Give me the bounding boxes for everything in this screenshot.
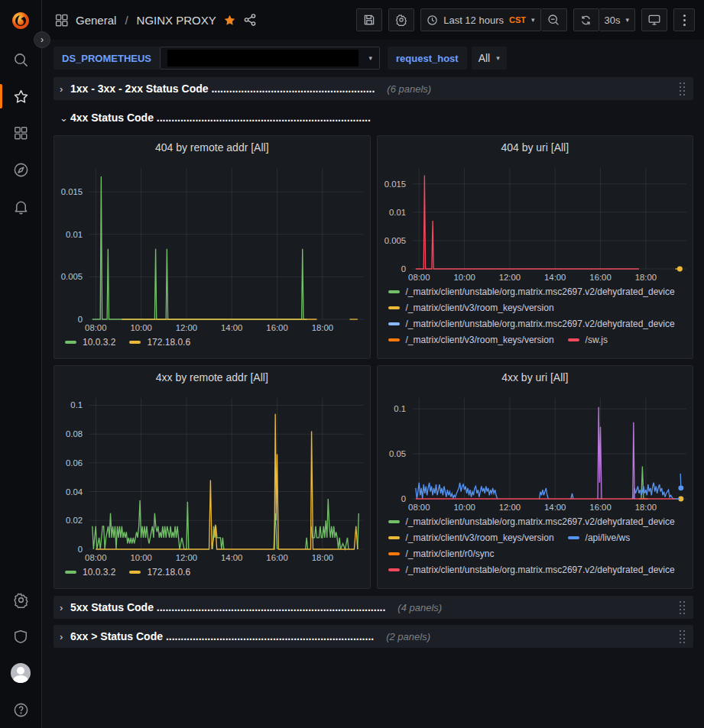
zoom-out-time-button[interactable] (541, 8, 567, 31)
timeseries-chart[interactable]: 00.050.108:0010:0012:0014:0016:0018:00 (378, 389, 693, 514)
expand-sidebar-button[interactable]: › (34, 31, 50, 48)
save-icon (363, 14, 375, 26)
timeseries-chart[interactable]: 00.0050.010.01508:0010:0012:0014:0016:00… (378, 159, 693, 284)
chevron-right-icon: › (60, 631, 70, 642)
y-axis-tick-label: 0 (401, 494, 405, 503)
navbar: General / NGINX PROXY (42, 0, 704, 40)
sidebar-item-starred[interactable] (0, 78, 42, 115)
legend-series-label: 10.0.3.2 (83, 337, 115, 348)
sidebar-item-configuration[interactable] (0, 581, 42, 618)
row-panel-count: (6 panels) (387, 83, 431, 95)
row-drag-handle[interactable] (680, 601, 686, 614)
y-axis-tick-label: 0.02 (66, 516, 83, 525)
legend-item[interactable]: /sw.js (568, 335, 608, 345)
sidebar-item-profile[interactable] (0, 655, 42, 691)
row-title: 4xx Status Code ........................… (70, 112, 371, 124)
legend-item[interactable]: /_matrix/client/unstable/org.matrix.msc2… (388, 286, 675, 297)
favorite-star-icon[interactable] (223, 14, 236, 27)
breadcrumb: General / NGINX PROXY (54, 13, 257, 28)
sidebar-item-dashboards[interactable] (0, 115, 42, 151)
y-axis-tick-label: 0.01 (66, 230, 83, 239)
legend-item[interactable]: 10.0.3.2 (65, 337, 115, 348)
series-line (415, 483, 497, 499)
kebab-menu-button[interactable] (673, 8, 695, 31)
apps-grid-icon (54, 13, 69, 28)
save-dashboard-button[interactable] (356, 8, 382, 31)
panel-404-by-uri: 404 by uri [All] 00.0050.010.01508:0010:… (377, 135, 694, 359)
refresh-interval-picker[interactable]: 30s ▾ (599, 8, 636, 31)
breadcrumb-section[interactable]: General (76, 14, 116, 27)
search-icon (13, 52, 29, 68)
sidebar-item-explore[interactable] (0, 151, 42, 188)
legend-item[interactable]: 172.18.0.6 (129, 337, 190, 348)
series-point (678, 485, 683, 490)
chevron-down-icon: ⌄ (60, 112, 70, 124)
series-line (311, 499, 349, 549)
legend-item[interactable]: /_matrix/client/unstable/org.matrix.msc2… (388, 565, 675, 575)
x-axis-tick-label: 12:00 (176, 323, 197, 332)
row-5xx[interactable]: › 5xx Status Code ......................… (54, 596, 693, 619)
panel-404-by-remote-addr: 404 by remote addr [All] 00.0050.010.015… (54, 135, 371, 359)
legend-series-label: /_matrix/client/v3/room_keys/version (406, 303, 554, 313)
legend-item[interactable]: /_matrix/client/v3/room_keys/version (388, 303, 554, 313)
dashboard-variables-bar: DS_PROMETHEUS ▾ request_host All ▾ (42, 40, 704, 77)
series-line (92, 500, 189, 549)
panel-4xx-by-remote-addr: 4xx by remote addr [All] 00.020.040.060.… (54, 365, 371, 589)
timeseries-chart[interactable]: 00.020.040.060.080.108:0010:0012:0014:00… (54, 389, 370, 565)
sidebar-item-server-admin[interactable] (0, 618, 42, 655)
legend-item[interactable]: /_matrix/client/unstable/org.matrix.msc2… (388, 319, 675, 329)
sidebar-item-help[interactable] (0, 691, 42, 728)
legend-item[interactable]: 10.0.3.2 (65, 567, 115, 578)
row-6xx[interactable]: › 6xx > Status Code ....................… (54, 625, 693, 648)
x-axis-tick-label: 14:00 (544, 273, 566, 282)
panel-title[interactable]: 404 by uri [All] (378, 136, 693, 159)
row-1xx-3xx-2xx[interactable]: › 1xx - 3xx - 2xx Status Code ..........… (54, 77, 693, 100)
legend-series-swatch (388, 520, 400, 523)
x-axis-tick-label: 12:00 (176, 553, 197, 562)
y-axis-tick-label: 0.015 (61, 187, 83, 196)
row-title: 6xx > Status Code ......................… (70, 630, 374, 642)
breadcrumb-dashboard-title[interactable]: NGINX PROXY (137, 14, 216, 27)
panel-title[interactable]: 4xx by remote addr [All] (54, 366, 370, 389)
panel-legend: /_matrix/client/unstable/org.matrix.msc2… (378, 514, 693, 588)
legend-series-swatch (388, 306, 400, 309)
legend-series-swatch (65, 341, 76, 344)
dashboard-settings-button[interactable] (388, 8, 414, 31)
help-icon (13, 702, 29, 718)
series-line (632, 422, 634, 499)
row-drag-handle[interactable] (680, 83, 686, 95)
y-axis-tick-label: 0.015 (384, 180, 405, 189)
datasource-variable-select[interactable]: ▾ (160, 47, 380, 70)
refresh-button[interactable] (573, 8, 599, 31)
cycle-view-mode-button[interactable] (641, 8, 667, 31)
row-4xx[interactable]: ⌄ 4xx Status Code ......................… (54, 106, 693, 129)
panel-title[interactable]: 4xx by uri [All] (378, 366, 693, 389)
sidebar-item-alerting[interactable] (0, 188, 42, 225)
panel-legend: 10.0.3.2172.18.0.6 (54, 565, 370, 588)
legend-item[interactable]: /api/live/ws (568, 532, 631, 543)
legend-item[interactable]: 172.18.0.6 (129, 567, 190, 578)
legend-item[interactable]: /_matrix/client/v3/room_keys/version (388, 532, 554, 543)
legend-series-label: 10.0.3.2 (83, 567, 115, 578)
row-drag-handle[interactable] (680, 630, 686, 643)
x-axis-tick-label: 08:00 (85, 323, 106, 332)
sidebar-item-search[interactable] (0, 41, 42, 78)
share-icon[interactable] (243, 13, 257, 27)
legend-item[interactable]: /_matrix/client/unstable/org.matrix.msc2… (388, 516, 675, 527)
legend-series-swatch (129, 571, 141, 574)
y-axis-tick-label: 0.005 (384, 236, 405, 245)
timeseries-chart[interactable]: 00.0050.010.01508:0010:0012:0014:0016:00… (54, 159, 370, 335)
panel-legend: 10.0.3.2172.18.0.6 (54, 335, 370, 358)
grafana-logo-icon (11, 11, 31, 31)
chevron-right-icon: › (60, 602, 70, 613)
request-host-variable-select[interactable]: All ▾ (472, 47, 507, 70)
x-axis-tick-label: 10:00 (453, 273, 475, 282)
x-axis-tick-label: 08:00 (408, 273, 430, 282)
legend-item[interactable]: /_matrix/client/r0/sync (388, 548, 495, 559)
x-axis-tick-label: 14:00 (544, 503, 566, 512)
time-range-picker[interactable]: Last 12 hours CST ▾ (420, 8, 540, 31)
legend-series-swatch (388, 568, 400, 571)
panel-title[interactable]: 404 by remote addr [All] (54, 136, 370, 159)
legend-item[interactable]: /_matrix/client/v3/room_keys/version (388, 335, 554, 345)
series-point (676, 267, 682, 272)
